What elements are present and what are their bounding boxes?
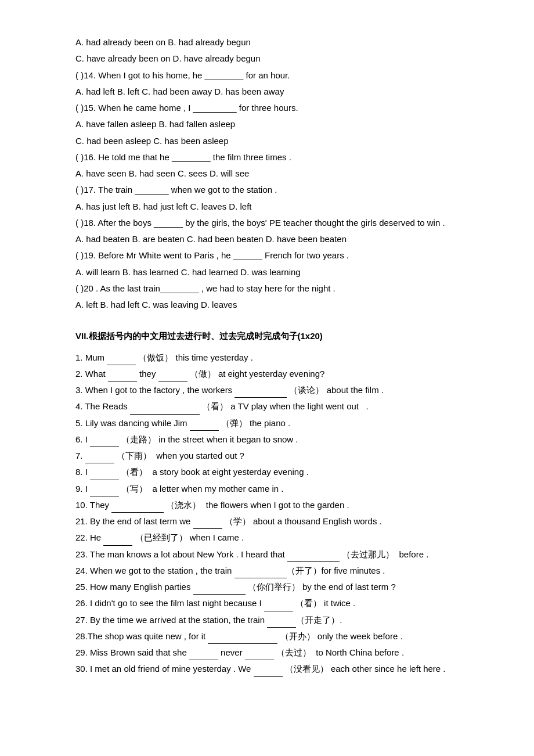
fill-24: 24. When we got to the station , the tra… xyxy=(75,563,459,578)
blank-7[interactable] xyxy=(85,455,114,463)
fill-9: 9. I （写） a letter when my mother came in… xyxy=(75,481,459,496)
blank-2b[interactable] xyxy=(158,373,187,381)
fill-4: 4. The Reads （看） a TV play when the ligh… xyxy=(75,399,459,414)
blank-22[interactable] xyxy=(103,537,132,546)
blank-2a[interactable] xyxy=(108,373,137,381)
mc-q20-text: A. left B. had left C. was leaving D. le… xyxy=(75,300,237,309)
fill-3: 3. When I got to the factory , the worke… xyxy=(75,383,459,398)
mc-q20-line: A. left B. had left C. was leaving D. le… xyxy=(75,297,459,312)
fill-6: 6. I （走路） in the street when it began to… xyxy=(75,432,459,447)
fill-29: 29. Miss Brown said that she never （去过） … xyxy=(75,645,459,660)
mc-q19-line: A. will learn B. has learned C. had lear… xyxy=(75,265,459,280)
q17-line: ( )17. The train _______ when we got to … xyxy=(75,182,459,197)
mc-q17-line: A. has just left B. had just left C. lea… xyxy=(75,199,459,214)
mc-text: A. had already been on B. had already be… xyxy=(75,37,251,47)
exam-content: A. had already been on B. had already be… xyxy=(75,35,459,677)
blank-25[interactable] xyxy=(193,586,246,595)
mc-q14-text: A. had left B. left C. had been away D. … xyxy=(75,87,284,96)
blank-21[interactable] xyxy=(193,520,222,529)
blank-1[interactable] xyxy=(107,357,136,365)
mc-q15b-text: C. had been asleep C. has been asleep xyxy=(75,136,229,146)
q17-text: ( )17. The train _______ when we got to … xyxy=(75,185,277,195)
fill-30: 30. I met an old friend of mine yesterda… xyxy=(75,661,459,676)
mc-line-1: A. had already been on B. had already be… xyxy=(75,35,459,50)
blank-9[interactable] xyxy=(90,488,119,496)
blank-4[interactable] xyxy=(130,406,200,415)
blank-26[interactable] xyxy=(264,603,293,611)
fill-10: 10. They （浇水） the flowers when I got to … xyxy=(75,498,459,513)
mc-q15a-line: A. have fallen asleep B. had fallen asle… xyxy=(75,117,459,132)
q14-line: ( )14. When I got to his home, he ______… xyxy=(75,68,459,83)
fill-1: 1. Mum （做饭） this time yesterday . xyxy=(75,350,459,365)
blank-10[interactable] xyxy=(111,504,164,513)
q20-line: ( )20 . As the last train________ , we h… xyxy=(75,281,459,296)
blank-28[interactable] xyxy=(208,635,277,644)
mc-q18-text: A. had beaten B. are beaten C. had been … xyxy=(75,234,347,244)
fill-28: 28.The shop was quite new , for it （开办） … xyxy=(75,629,459,644)
mc-q15a-text: A. have fallen asleep B. had fallen asle… xyxy=(75,119,235,129)
fill-2: 2. What they （做） at eight yesterday even… xyxy=(75,366,459,381)
mc-q19-text: A. will learn B. has learned C. had lear… xyxy=(75,267,301,277)
mc-text: C. have already been on D. have already … xyxy=(75,53,261,63)
q19-line: ( )19. Before Mr White went to Paris , h… xyxy=(75,248,459,263)
q20-text: ( )20 . As the last train________ , we h… xyxy=(75,283,335,293)
fill-7: 7. （下雨） when you started out ? xyxy=(75,448,459,463)
mc-q14-line: A. had left B. left C. had been away D. … xyxy=(75,84,459,99)
blank-29a[interactable] xyxy=(189,651,218,660)
q16-text: ( )16. He told me that he ________ the f… xyxy=(75,152,291,162)
fill-5: 5. Lily was dancing while Jim （弹） the pi… xyxy=(75,416,459,431)
fill-25: 25. How many English parties （你们举行） by t… xyxy=(75,579,459,595)
mc-q16-line: A. have seen B. had seen C. sees D. will… xyxy=(75,166,459,181)
fill-26: 26. I didn't go to see the film last nig… xyxy=(75,596,459,611)
q15-text: ( )15. When he came home , I _________ f… xyxy=(75,103,298,113)
blank-8[interactable] xyxy=(90,471,119,480)
blank-29b[interactable] xyxy=(245,651,274,660)
blank-6[interactable] xyxy=(90,438,119,447)
blank-24[interactable] xyxy=(234,570,287,578)
fill-21: 21. By the end of last term we （学） about… xyxy=(75,514,459,529)
section-vii-title: VII.根据括号内的中文用过去进行时、过去完成时完成句子(1x20) xyxy=(75,329,459,344)
mc-q17-text: A. has just left B. had just left C. lea… xyxy=(75,201,251,211)
blank-23[interactable] xyxy=(287,553,340,562)
q14-text: ( )14. When I got to his home, he ______… xyxy=(75,70,290,80)
blank-3[interactable] xyxy=(234,389,287,398)
blank-30[interactable] xyxy=(254,668,283,677)
q16-line: ( )16. He told me that he ________ the f… xyxy=(75,150,459,165)
q19-text: ( )19. Before Mr White went to Paris , h… xyxy=(75,250,349,260)
q15-line: ( )15. When he came home , I _________ f… xyxy=(75,100,459,116)
mc-q15b-line: C. had been asleep C. has been asleep xyxy=(75,134,459,149)
fill-27: 27. By the time we arrived at the statio… xyxy=(75,613,459,628)
q18-text: ( )18. After the boys ______ by the girl… xyxy=(75,218,445,228)
mc-q16-text: A. have seen B. had seen C. sees D. will… xyxy=(75,168,249,178)
fill-8: 8. I （看） a story book at eight yesterday… xyxy=(75,465,459,480)
blank-5[interactable] xyxy=(190,422,219,431)
q18-line: ( )18. After the boys ______ by the girl… xyxy=(75,215,459,231)
blank-27[interactable] xyxy=(267,619,296,628)
fill-22: 22. He （已经到了） when I came . xyxy=(75,530,459,545)
mc-q18-line: A. had beaten B. are beaten C. had been … xyxy=(75,232,459,247)
fill-23: 23. The man knows a lot about New York .… xyxy=(75,547,459,562)
mc-line-2: C. have already been on D. have already … xyxy=(75,51,459,66)
